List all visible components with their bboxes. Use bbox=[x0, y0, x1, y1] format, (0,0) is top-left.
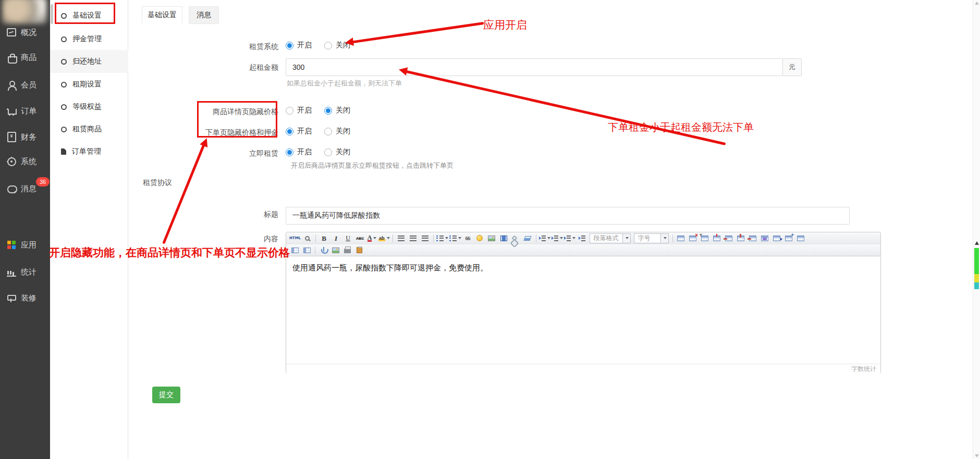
page-scrollbar[interactable] bbox=[973, 0, 980, 459]
anchor-icon bbox=[321, 247, 327, 253]
align-center-icon[interactable] bbox=[408, 233, 419, 243]
submit-button[interactable]: 提交 bbox=[152, 387, 180, 403]
radio-label: 开启 bbox=[297, 147, 312, 157]
tab-message[interactable]: 消息 bbox=[189, 6, 219, 24]
sidebar-item-messages[interactable]: 消息36 bbox=[0, 182, 50, 195]
menu-item-order-management[interactable]: 订单管理 bbox=[50, 140, 128, 163]
valign-top-icon[interactable] bbox=[539, 233, 550, 243]
word-count-label[interactable]: 字数统计 bbox=[851, 365, 876, 374]
select-label: 字号 bbox=[634, 234, 660, 243]
highlight-icon[interactable]: ab bbox=[378, 233, 390, 243]
sidebar-item-finance[interactable]: 财务 bbox=[0, 130, 50, 144]
image-upload-icon[interactable] bbox=[330, 245, 341, 255]
sidebar-item-stats[interactable]: 统计 bbox=[0, 265, 50, 279]
radio-option-off[interactable]: 关闭 bbox=[324, 147, 350, 157]
underline-icon[interactable]: U bbox=[342, 233, 353, 243]
insert-col-right-icon bbox=[303, 247, 311, 253]
apps-icon bbox=[7, 240, 16, 250]
scrollbar-thumb-teal[interactable] bbox=[974, 282, 979, 289]
cell-align-icon[interactable] bbox=[783, 233, 794, 243]
circle-icon bbox=[61, 104, 67, 110]
paragraph-format-select[interactable]: 段落格式 bbox=[590, 233, 631, 243]
radio-option-on[interactable]: 开启 bbox=[286, 147, 312, 157]
sidebar-item-apps[interactable]: 应用 bbox=[0, 238, 50, 252]
html-source-icon[interactable]: HTML bbox=[289, 233, 301, 243]
editor-toolbar-row2 bbox=[286, 244, 880, 256]
cell-properties-icon[interactable] bbox=[712, 233, 722, 243]
sidebar-item-system[interactable]: 系统 bbox=[0, 155, 50, 168]
strikethrough-icon[interactable]: ABC bbox=[354, 233, 365, 243]
insert-col-left-icon[interactable] bbox=[289, 245, 300, 255]
editor-toolbar-row1: HTMLBIUABCAab66段落格式字号 bbox=[286, 232, 880, 244]
menu-item-lease-term-settings[interactable]: 租期设置 bbox=[50, 73, 128, 96]
radio-option-off[interactable]: 关闭 bbox=[324, 106, 350, 115]
menu-item-level-benefits[interactable]: 等级权益 bbox=[50, 95, 128, 118]
line-height-icon[interactable] bbox=[564, 233, 575, 243]
insert-media-icon[interactable] bbox=[498, 233, 509, 243]
radio-option-on[interactable]: 开启 bbox=[286, 127, 312, 136]
insert-image-icon[interactable] bbox=[486, 233, 497, 243]
indent-icon[interactable] bbox=[577, 233, 587, 243]
font-size-select[interactable]: 字号 bbox=[634, 233, 669, 243]
sidebar-item-overview[interactable]: 概况 bbox=[0, 26, 50, 39]
italic-icon[interactable]: I bbox=[330, 233, 341, 243]
scroll-up-icon[interactable] bbox=[975, 2, 979, 5]
scrollbar-thumb-green[interactable] bbox=[974, 248, 979, 274]
select-label: 段落格式 bbox=[590, 234, 622, 243]
avatar[interactable] bbox=[2, 0, 47, 24]
delete-table-icon[interactable] bbox=[688, 233, 699, 243]
align-left-icon[interactable] bbox=[396, 233, 407, 243]
chevron-down-icon bbox=[560, 237, 563, 239]
insert-column-icon bbox=[737, 235, 744, 241]
hide-price-detail-radio-group: 开启关闭 bbox=[286, 106, 363, 115]
menu-item-rental-goods[interactable]: 租赁商品 bbox=[50, 118, 128, 141]
font-color-icon: A bbox=[368, 235, 372, 242]
radio-icon bbox=[324, 107, 332, 115]
paste-icon[interactable] bbox=[354, 245, 365, 255]
insert-link-icon[interactable] bbox=[510, 233, 521, 243]
menu-item-return-address[interactable]: 归还地址 bbox=[50, 50, 128, 73]
emoticon-icon[interactable] bbox=[474, 233, 485, 243]
bold-icon[interactable]: B bbox=[318, 233, 329, 243]
preview-icon[interactable] bbox=[302, 233, 313, 243]
menu-item-label: 归还地址 bbox=[72, 57, 102, 66]
align-right-icon[interactable] bbox=[420, 233, 431, 243]
editor-content-area[interactable]: 使用通风药一瓶，尿酸指数下降即可退押金，免费使用。 bbox=[286, 256, 880, 364]
stats-icon bbox=[7, 267, 16, 277]
scroll-down-icon[interactable] bbox=[975, 454, 979, 457]
sidebar-item-orders[interactable]: 订单 bbox=[0, 104, 50, 118]
circle-icon bbox=[61, 127, 67, 132]
ordered-list-icon[interactable] bbox=[436, 233, 448, 243]
radio-option-on[interactable]: 开启 bbox=[286, 106, 312, 115]
instant-rent-radio-group: 开启关闭 bbox=[286, 147, 363, 157]
unordered-list-icon[interactable] bbox=[449, 233, 461, 243]
sidebar-item-goods[interactable]: 商品 bbox=[0, 51, 50, 64]
insert-row-icon[interactable] bbox=[724, 233, 734, 243]
radio-option-on[interactable]: 开启 bbox=[286, 41, 312, 50]
delete-row-icon[interactable] bbox=[748, 233, 758, 243]
scrollbar-thumb-yellow[interactable] bbox=[974, 274, 979, 282]
tab-basic-settings[interactable]: 基础设置 bbox=[142, 6, 182, 24]
table-properties-icon[interactable] bbox=[700, 233, 710, 243]
valign-middle-icon[interactable] bbox=[552, 233, 563, 243]
menu-item-label: 租期设置 bbox=[72, 80, 102, 89]
full-grid-icon[interactable] bbox=[795, 233, 806, 243]
print-icon[interactable] bbox=[342, 245, 353, 255]
anchor-icon[interactable] bbox=[318, 245, 329, 255]
insert-col-right-icon[interactable] bbox=[301, 245, 312, 255]
min-rent-input[interactable] bbox=[286, 58, 783, 76]
font-color-icon[interactable]: A bbox=[366, 233, 377, 243]
insert-table-icon[interactable] bbox=[676, 233, 687, 243]
insert-column-icon[interactable] bbox=[736, 233, 746, 243]
remove-format-icon[interactable] bbox=[522, 233, 533, 243]
split-cells-icon[interactable] bbox=[771, 233, 782, 243]
sidebar-item-members[interactable]: 会员 bbox=[0, 78, 50, 92]
menu-item-deposit-management[interactable]: 押金管理 bbox=[50, 28, 128, 51]
menu-item-basic-settings[interactable]: 基础设置 bbox=[50, 4, 128, 27]
rental-system-label: 租赁系统 bbox=[143, 42, 278, 52]
agreement-title-input[interactable] bbox=[286, 207, 850, 225]
radio-option-off[interactable]: 关闭 bbox=[324, 127, 350, 136]
merge-cells-icon[interactable] bbox=[760, 233, 770, 243]
blockquote-icon[interactable]: 66 bbox=[462, 233, 473, 243]
sidebar-item-decorate[interactable]: 装修 bbox=[0, 291, 50, 305]
